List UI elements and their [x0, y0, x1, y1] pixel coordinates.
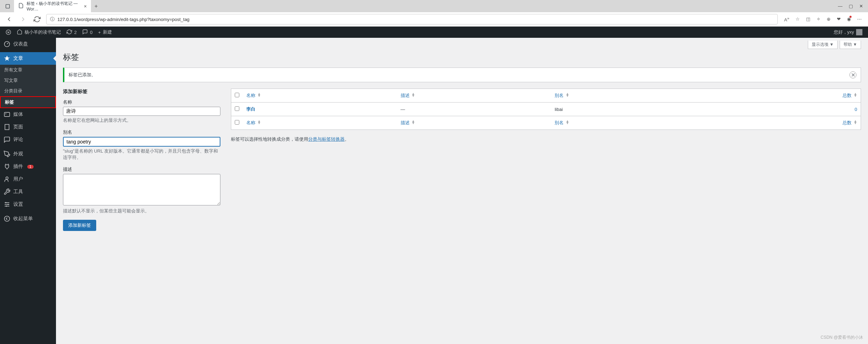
menu-collapse[interactable]: 收起菜单: [0, 212, 56, 225]
comments-link[interactable]: 0: [79, 29, 95, 36]
notice-text: 标签已添加。: [69, 72, 96, 78]
convert-note: 标签可以选择性地转换成分类，请使用分类与标签转换器。: [231, 136, 861, 142]
collapse-icon: [3, 215, 10, 222]
svg-rect-3: [5, 112, 10, 117]
new-tab-button[interactable]: +: [91, 2, 101, 11]
menu-settings[interactable]: 设置: [0, 198, 56, 211]
col-count-sort[interactable]: 总数 ▲▼: [842, 93, 857, 98]
main-content: 显示选项 ▼ 帮助 ▼ 标签 标签已添加。 ✕ 添加新标签 名称 名称是它在您网…: [56, 38, 868, 344]
extensions-icon[interactable]: ⊕: [827, 16, 831, 22]
svg-rect-5: [5, 125, 9, 130]
desc-textarea[interactable]: [63, 174, 220, 205]
pin-icon: [3, 55, 10, 62]
account-menu[interactable]: 您好，yxy: [834, 29, 866, 35]
desc-label: 描述: [63, 166, 220, 173]
page-title: 标签: [63, 52, 861, 63]
minimize-button[interactable]: —: [838, 3, 842, 9]
row-checkbox[interactable]: [235, 106, 239, 111]
table-footer-row: 名称 ▲▼ 描述 ▲▼ 别名 ▲▼ 总数 ▲▼: [231, 116, 861, 130]
slug-description: "slug"是名称的 URL 友好版本。它通常都是小写的，并且只包含字母、数字和…: [63, 148, 220, 161]
media-icon: [3, 111, 10, 118]
col-slug-sort-bottom[interactable]: 别名 ▲▼: [555, 120, 569, 125]
read-aloud-icon[interactable]: A»: [784, 16, 789, 22]
collections-icon[interactable]: ✧: [817, 16, 820, 22]
menu-pages[interactable]: 页面: [0, 121, 56, 133]
plugin-update-badge: 1: [27, 165, 34, 169]
menu-appearance[interactable]: 外观: [0, 148, 56, 160]
split-icon[interactable]: ◫: [806, 16, 810, 22]
menu-tools[interactable]: 工具: [0, 185, 56, 198]
submenu-categories[interactable]: 分类目录: [0, 86, 56, 96]
profile-icon[interactable]: ◉: [847, 16, 851, 22]
col-name-sort[interactable]: 名称 ▲▼: [246, 93, 261, 98]
back-button[interactable]: [4, 14, 14, 24]
close-window-button[interactable]: ✕: [859, 3, 863, 9]
menu-dashboard[interactable]: 仪表盘: [0, 38, 56, 50]
dismiss-notice-button[interactable]: ✕: [849, 71, 856, 78]
sort-icon: ▲▼: [854, 120, 857, 124]
submenu-all-posts[interactable]: 所有文章: [0, 65, 56, 75]
col-slug-sort[interactable]: 别名 ▲▼: [555, 93, 569, 98]
svg-rect-0: [6, 4, 10, 8]
menu-posts[interactable]: 文章: [0, 52, 56, 65]
user-icon: [3, 176, 10, 183]
converter-link[interactable]: 分类与标签转换器: [308, 136, 345, 142]
sort-icon: ▲▼: [411, 93, 415, 97]
svg-point-10: [5, 202, 6, 203]
updates-link[interactable]: 2: [64, 29, 79, 36]
tag-name-link[interactable]: 李白: [246, 106, 255, 112]
page-icon: [3, 124, 10, 131]
sort-icon: ▲▼: [257, 120, 261, 124]
tags-table: 名称 ▲▼ 描述 ▲▼ 别名 ▲▼ 总数 ▲▼ 李白 — libai 0: [231, 89, 861, 130]
submit-button[interactable]: 添加新标签: [63, 220, 96, 231]
menu-users[interactable]: 用户: [0, 173, 56, 185]
page-icon: [18, 3, 24, 9]
tab-actions-button[interactable]: [3, 1, 13, 11]
sort-icon: ▲▼: [411, 120, 415, 124]
table-row: 李白 — libai 0: [231, 103, 861, 116]
close-tab-button[interactable]: ×: [84, 3, 87, 9]
menu-media[interactable]: 媒体: [0, 108, 56, 121]
performance-icon[interactable]: ❤: [837, 16, 841, 22]
svg-point-6: [6, 177, 8, 179]
tag-count-link[interactable]: 0: [855, 107, 857, 112]
browser-chrome: 标签 ‹ 杨小羊的读书笔记 — Wor… × + — ▢ ✕ ⓘ 127.0.0…: [0, 0, 868, 27]
col-name-sort-bottom[interactable]: 名称 ▲▼: [246, 120, 261, 125]
browser-tab[interactable]: 标签 ‹ 杨小羊的读书笔记 — Wor… ×: [14, 0, 91, 14]
submenu-tags[interactable]: 标签: [0, 96, 56, 108]
comment-icon: [82, 29, 88, 36]
help-button[interactable]: 帮助 ▼: [840, 41, 861, 49]
url-input-wrapper[interactable]: ⓘ 127.0.0.1/wordpress/wp-admin/edit-tags…: [46, 14, 778, 24]
success-notice: 标签已添加。 ✕: [63, 68, 861, 82]
favorites-icon[interactable]: ☆: [796, 16, 800, 22]
wp-logo[interactable]: [3, 29, 14, 35]
menu-icon[interactable]: ⋯: [857, 16, 862, 22]
forward-button[interactable]: [18, 14, 28, 24]
col-desc-sort-bottom[interactable]: 描述 ▲▼: [401, 120, 415, 125]
site-name-link[interactable]: 杨小羊的读书笔记: [14, 29, 64, 36]
submenu-new-post[interactable]: 写文章: [0, 75, 56, 86]
col-desc-sort[interactable]: 描述 ▲▼: [401, 93, 415, 98]
new-content-link[interactable]: + 新建: [95, 29, 115, 35]
refresh-button[interactable]: [32, 14, 42, 24]
wrench-icon: [3, 188, 10, 195]
select-all-checkbox-bottom[interactable]: [235, 120, 239, 125]
select-all-checkbox[interactable]: [235, 93, 239, 97]
slug-label: 别名: [63, 129, 220, 135]
add-tag-form: 添加新标签 名称 名称是它在您网站上的显示方式。 别名 "slug"是名称的 U…: [63, 89, 220, 231]
sort-icon: ▲▼: [854, 93, 857, 97]
svg-point-13: [5, 216, 10, 222]
admin-sidebar: 仪表盘 文章 所有文章 写文章 分类目录 标签 媒体 页面 评论 外观: [0, 38, 56, 344]
name-label: 名称: [63, 99, 220, 105]
maximize-button[interactable]: ▢: [849, 3, 853, 9]
slug-input[interactable]: [63, 137, 220, 147]
home-icon: [17, 29, 22, 36]
svg-point-12: [6, 205, 7, 206]
name-input[interactable]: [63, 107, 220, 116]
menu-plugins[interactable]: 插件 1: [0, 160, 56, 173]
menu-comments[interactable]: 评论: [0, 133, 56, 146]
toolbar-icons: A» ☆ ◫ ✧ ⊕ ❤ ◉ ⋯: [782, 16, 864, 22]
col-count-sort-bottom[interactable]: 总数 ▲▼: [842, 120, 857, 125]
site-info-icon[interactable]: ⓘ: [50, 16, 55, 22]
screen-options-button[interactable]: 显示选项 ▼: [808, 41, 838, 49]
